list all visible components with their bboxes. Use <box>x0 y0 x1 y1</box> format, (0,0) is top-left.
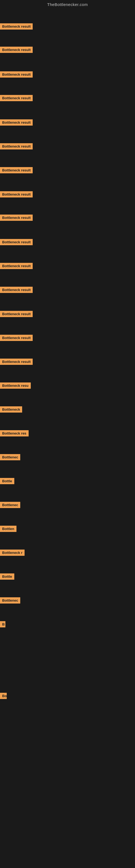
bottleneck-item-25[interactable]: Bottlenec <box>0 597 20 604</box>
bottleneck-badge-10: Bottleneck result <box>0 239 33 245</box>
bottleneck-badge-2: Bottleneck result <box>0 46 33 53</box>
bottleneck-badge-19: Bottlenec <box>0 454 20 460</box>
bottleneck-badge-16: Bottleneck resu <box>0 382 31 389</box>
site-title: TheBottlenecker.com <box>47 2 88 7</box>
bottleneck-item-1[interactable]: Bottleneck result <box>0 23 33 31</box>
bottleneck-item-18[interactable]: Bottleneck res <box>0 430 29 437</box>
bottleneck-badge-18: Bottleneck res <box>0 430 29 436</box>
bottleneck-item-11[interactable]: Bottleneck result <box>0 263 33 270</box>
bottleneck-badge-24: Bottle <box>0 574 14 580</box>
bottleneck-badge-1: Bottleneck result <box>0 23 33 30</box>
bottleneck-badge-7: Bottleneck result <box>0 167 33 173</box>
bottleneck-badge-27: Bo <box>0 693 7 699</box>
bottleneck-item-16[interactable]: Bottleneck resu <box>0 382 31 390</box>
bottleneck-badge-9: Bottleneck result <box>0 215 33 221</box>
bottleneck-badge-17: Bottleneck <box>0 406 22 412</box>
bottleneck-item-19[interactable]: Bottlenec <box>0 454 20 461</box>
bottleneck-badge-5: Bottleneck result <box>0 119 33 126</box>
bottleneck-item-14[interactable]: Bottleneck result <box>0 335 33 342</box>
bottleneck-badge-15: Bottleneck result <box>0 359 33 365</box>
bottleneck-badge-26: B <box>0 621 5 627</box>
bottleneck-item-15[interactable]: Bottleneck result <box>0 359 33 366</box>
bottleneck-badge-4: Bottleneck result <box>0 95 33 101</box>
bottleneck-item-7[interactable]: Bottleneck result <box>0 167 33 175</box>
bottleneck-item-4[interactable]: Bottleneck result <box>0 95 33 102</box>
bottleneck-item-27[interactable]: Bo <box>0 693 7 700</box>
bottleneck-badge-6: Bottleneck result <box>0 143 33 150</box>
bottleneck-badge-14: Bottleneck result <box>0 335 33 341</box>
bottleneck-item-23[interactable]: Bottleneck r <box>0 550 25 557</box>
bottleneck-badge-23: Bottleneck r <box>0 550 25 556</box>
bottleneck-badge-20: Bottle <box>0 478 14 484</box>
bottleneck-item-13[interactable]: Bottleneck result <box>0 311 33 318</box>
bottleneck-badge-22: Bottlen <box>0 526 16 532</box>
bottleneck-item-20[interactable]: Bottle <box>0 478 14 485</box>
bottleneck-item-17[interactable]: Bottleneck <box>0 406 22 414</box>
bottleneck-badge-13: Bottleneck result <box>0 311 33 317</box>
bottleneck-badge-12: Bottleneck result <box>0 287 33 293</box>
bottleneck-item-10[interactable]: Bottleneck result <box>0 239 33 246</box>
bottleneck-item-26[interactable]: B <box>0 621 5 628</box>
bottleneck-item-8[interactable]: Bottleneck result <box>0 191 33 198</box>
bottleneck-item-12[interactable]: Bottleneck result <box>0 287 33 294</box>
bottleneck-badge-11: Bottleneck result <box>0 263 33 269</box>
bottleneck-item-2[interactable]: Bottleneck result <box>0 46 33 54</box>
bottleneck-item-6[interactable]: Bottleneck result <box>0 143 33 151</box>
bottleneck-badge-25: Bottlenec <box>0 597 20 603</box>
bottleneck-item-24[interactable]: Bottle <box>0 574 14 581</box>
bottleneck-item-3[interactable]: Bottleneck result <box>0 71 33 79</box>
bottleneck-badge-8: Bottleneck result <box>0 191 33 197</box>
bottleneck-badge-21: Bottlenec <box>0 502 20 508</box>
site-header: TheBottlenecker.com <box>0 0 135 8</box>
bottleneck-item-5[interactable]: Bottleneck result <box>0 119 33 127</box>
bottleneck-badge-3: Bottleneck result <box>0 71 33 78</box>
bottleneck-item-9[interactable]: Bottleneck result <box>0 215 33 222</box>
bottleneck-item-21[interactable]: Bottlenec <box>0 502 20 509</box>
bottleneck-item-22[interactable]: Bottlen <box>0 526 16 533</box>
